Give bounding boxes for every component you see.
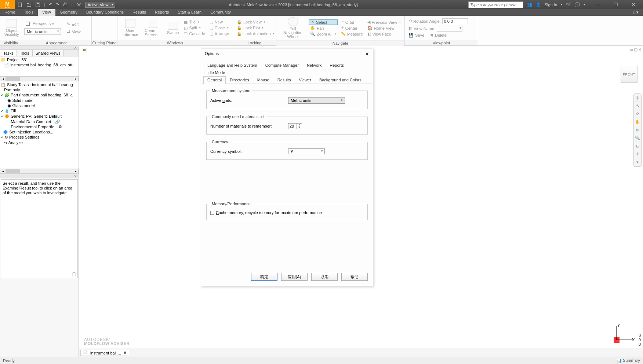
tree-item[interactable]: ✔🔶 Generic PP: Generic Default	[1, 114, 78, 119]
ribbon-help-icon[interactable]: ▢▾	[628, 9, 643, 16]
menu-results[interactable]: Results	[128, 9, 150, 16]
tree-item-study[interactable]: 📄 instrument ball bearing_68_am_stu	[1, 62, 78, 67]
tree-item[interactable]: ◉ Solid model	[1, 98, 78, 103]
tree-item-project[interactable]: 📁 Project '33'	[1, 57, 78, 62]
previous-view-button[interactable]: ◀ Previous View▾	[366, 19, 403, 25]
tree-item[interactable]: Environmental Propertie…♻	[1, 124, 78, 129]
steering-wheel-icon[interactable]: ◎	[634, 94, 641, 102]
close-button[interactable]: ✕	[628, 2, 639, 7]
menu-view[interactable]: View	[38, 9, 55, 16]
binoculars-icon[interactable]: 👥	[527, 2, 532, 7]
delete-viewpoint-button[interactable]: ✖ Delete	[429, 33, 448, 38]
pan-tool-icon[interactable]: ✋	[634, 118, 641, 126]
tree-item[interactable]: ✔💧 Fill	[1, 108, 78, 114]
spin-up-icon[interactable]: ▲	[297, 124, 302, 126]
close-tab-icon[interactable]: ✕	[123, 350, 127, 355]
tree-item[interactable]: Part only	[1, 87, 78, 92]
move-button[interactable]: ⇄ Move	[65, 29, 83, 34]
info-icon[interactable]: ⓘ	[72, 272, 76, 276]
tree-item[interactable]: ↪ Analyze	[1, 140, 78, 145]
document-marker-icon[interactable]: ▤	[82, 48, 87, 53]
document-tab[interactable]: 📄 instrument ball ... ✕	[80, 350, 129, 356]
cache-memory-label[interactable]: Cache memory, recycle memory for maximum…	[216, 210, 364, 215]
materials-count-input[interactable]	[288, 123, 297, 129]
pane-close-icon[interactable]: ⨯	[0, 46, 79, 50]
close-window-button[interactable]: ▢ Close▾	[208, 25, 230, 31]
save-viewpoint-button[interactable]: 💾 Save	[407, 33, 426, 38]
view-name-dropdown[interactable]: ▾	[437, 26, 462, 32]
open-icon[interactable]	[26, 2, 32, 7]
print-icon[interactable]	[63, 2, 68, 7]
orbit-button[interactable]: ⟳ Orbit	[339, 19, 364, 25]
tab-general[interactable]: General	[203, 76, 226, 84]
new-window-button[interactable]: ▢ New	[208, 19, 230, 25]
dialog-close-icon[interactable]: ✕	[365, 51, 369, 57]
menu-startlearn[interactable]: Start & Learn	[173, 9, 206, 16]
view-face-button[interactable]: ◧ View Face	[366, 31, 403, 37]
select-tool-icon[interactable]: ↖	[634, 102, 641, 110]
tree-item[interactable]: 🔷 Set Injection Locations...	[1, 129, 78, 135]
tree-item[interactable]: ◉ Glass model	[1, 103, 78, 108]
clean-screen-button[interactable]: Clean Screen	[142, 18, 163, 38]
tile-button[interactable]: ▦ Tile▾	[182, 19, 206, 25]
lock-view-button[interactable]: 🔒 Lock View▾	[235, 19, 276, 25]
tree-item[interactable]: ✔🧩 Part (instrument ball bearing_68_a	[1, 92, 78, 98]
home-view-button[interactable]: 🏠 Home View	[366, 25, 403, 31]
toolbar-expand-icon[interactable]: ▾	[634, 158, 641, 166]
switch-button[interactable]: Switch	[165, 20, 181, 36]
measure-button[interactable]: 📏 Measure	[339, 31, 364, 37]
study-tasks-tree[interactable]: 📋 Study Tasks : instrument ball bearing …	[0, 81, 79, 169]
select-button[interactable]: ↖ Select	[309, 19, 338, 25]
tab-mouse[interactable]: Mouse	[253, 76, 273, 84]
tree-item[interactable]: Material Data Complet…🔗	[1, 119, 78, 124]
tab-viewer[interactable]: Viewer	[295, 76, 315, 84]
tree-hscroll[interactable]: ◂▸	[0, 169, 79, 174]
currency-symbol-select[interactable]: ¥	[288, 148, 325, 154]
cascade-button[interactable]: ❐ Cascade	[182, 31, 206, 37]
layers-icon[interactable]	[76, 2, 81, 7]
menu-community[interactable]: Community	[206, 9, 235, 16]
tab-language[interactable]: Language and Help System	[203, 62, 261, 69]
maximize-button[interactable]: ☐	[611, 2, 621, 7]
tab-network[interactable]: Network	[303, 62, 326, 69]
status-summary[interactable]: 📊 Summary	[617, 358, 640, 363]
chevron-down-icon[interactable]: ▾	[561, 3, 562, 6]
rotation-angle-input[interactable]	[442, 18, 468, 24]
tab-directories[interactable]: Directories	[226, 76, 253, 84]
tab-tools[interactable]: Tools	[17, 50, 33, 56]
orbit-tool-icon[interactable]: ⟳	[634, 110, 641, 118]
materials-count-spinner[interactable]: ▲▼	[288, 123, 302, 129]
viewport-mini-controls[interactable]: ▭▢✕	[629, 47, 642, 52]
sign-in-link[interactable]: Sign In	[545, 3, 557, 7]
perspective-toggle[interactable]: Perspective	[24, 21, 61, 26]
pane-close-icon[interactable]: ⨯	[0, 174, 79, 178]
save-icon[interactable]	[35, 2, 40, 7]
tree-item[interactable]: ✔⚙ Process Settings	[1, 135, 78, 140]
tab-reports[interactable]: Reports	[326, 62, 348, 69]
tree-hscroll[interactable]: ◂▸	[0, 76, 79, 81]
edit-button[interactable]: ✎ Edit	[65, 21, 83, 27]
nav-wheel-button[interactable]: Full Navigation Wheel	[279, 16, 307, 40]
menu-boundary[interactable]: Boundary Conditions	[82, 9, 128, 16]
redo-icon[interactable]: ↷	[56, 2, 59, 7]
minimize-button[interactable]: —	[593, 2, 603, 7]
tab-background[interactable]: Background and Colors	[315, 76, 366, 84]
tab-tasks[interactable]: Tasks	[0, 50, 17, 56]
undo-icon[interactable]: ↶	[49, 2, 52, 7]
center-button[interactable]: ✛ Center	[339, 25, 364, 31]
cart-icon[interactable]: 🛒	[566, 2, 571, 7]
chevron-down-icon[interactable]: ▾	[584, 3, 585, 6]
new-icon[interactable]	[18, 2, 23, 7]
lock-animation-button[interactable]: 🔒 Lock Animation▾	[235, 31, 276, 37]
cache-memory-checkbox[interactable]	[210, 211, 214, 215]
zoom-window-icon[interactable]: ⊡	[634, 142, 641, 150]
tab-idle-mode[interactable]: Idle Mode	[203, 69, 229, 76]
object-visibility-button[interactable]: Object Visibility	[2, 18, 21, 37]
user-interface-button[interactable]: User Interface	[120, 18, 141, 37]
units-dropdown[interactable]: Metric units	[24, 28, 61, 35]
center-tool-icon[interactable]: ✛	[634, 150, 641, 158]
view-cube[interactable]: FRONT	[621, 66, 637, 83]
menu-reports[interactable]: Reports	[150, 9, 174, 16]
app-logo[interactable]: MADV	[0, 0, 15, 9]
menu-home[interactable]: Home	[0, 9, 19, 16]
